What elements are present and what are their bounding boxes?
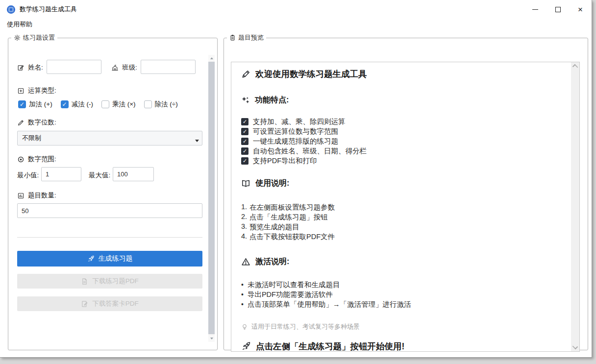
step-text: 点击下载按钮获取PDF文件 — [249, 232, 335, 242]
preview-legend-text: 题目预览 — [238, 33, 264, 42]
sparkles-icon — [241, 96, 250, 105]
minimize-button[interactable] — [524, 0, 546, 19]
digits-selected-value: 不限制 — [22, 134, 41, 143]
bar-chart-icon — [17, 192, 25, 199]
welcome-title: 欢迎使用数学练习题生成工具 — [255, 68, 367, 80]
clipboard-icon — [229, 34, 236, 41]
usage-step: 1. 在左侧面板设置练习题参数 — [241, 203, 556, 213]
feature-text: 支持加、减、乘、除四则运算 — [253, 117, 346, 126]
close-button[interactable]: × — [569, 0, 592, 19]
operation-checkbox[interactable]: 乘法 (×) — [101, 100, 136, 109]
checked-box-icon — [241, 138, 248, 145]
activation-note: • 未激活时可以查看和生成题目 — [241, 280, 556, 290]
maximize-button[interactable] — [546, 0, 569, 19]
preview-box: 欢迎使用数学练习题生成工具 功能特点: 支持加、减、乘、除四则运算 — [231, 62, 580, 352]
edit-note-icon — [17, 64, 25, 72]
max-input[interactable] — [113, 167, 154, 181]
step-number: 4. — [241, 232, 247, 242]
minmax-row: 最小值: 最大值: — [17, 167, 202, 182]
name-input[interactable] — [47, 60, 101, 74]
settings-legend: 练习题设置 — [11, 33, 57, 42]
checkbox-icon — [61, 100, 69, 108]
lightbulb-icon — [241, 323, 248, 331]
count-label: 题目数量: — [28, 191, 56, 200]
pencil-icon — [17, 119, 25, 126]
step-number: 3. — [241, 222, 247, 232]
divider — [17, 237, 202, 238]
gear-icon — [14, 34, 21, 41]
school-icon — [111, 64, 119, 72]
download-exercise-label: 下载练习题PDF — [92, 277, 139, 286]
step-number: 2. — [241, 213, 247, 222]
operation-checkbox[interactable]: 加法 (+) — [18, 100, 52, 109]
preview-scrollbar[interactable] — [571, 62, 579, 351]
activation-heading: 激活说明: — [241, 257, 556, 267]
count-label-row: 题目数量: — [17, 191, 56, 200]
menu-item-help[interactable]: 使用帮助 — [3, 19, 36, 30]
window-title: 数学练习题生成工具 — [20, 5, 77, 14]
calculator-grid-icon — [17, 87, 25, 95]
preview-group: 题目预览 欢迎使用数学练习题生成工具 功能特点: 支持加、减 — [224, 33, 588, 350]
operation-checkbox[interactable]: 减法 (-) — [61, 100, 93, 109]
maximize-icon — [555, 7, 561, 12]
class-input[interactable] — [141, 60, 196, 74]
class-label: 班级: — [122, 63, 137, 72]
menu-bar: 使用帮助 — [0, 19, 592, 30]
operation-checkbox[interactable]: 除法 (÷) — [144, 100, 178, 109]
bullet-icon: • — [241, 300, 244, 308]
checkbox-icon — [144, 100, 152, 108]
hint-row: 适用于日常练习、考试复习等多种场景 — [241, 322, 556, 331]
count-input[interactable] — [17, 203, 202, 218]
operation-type-label-row: 运算类型: — [17, 86, 56, 95]
open-book-icon — [241, 179, 250, 188]
activation-note: • 导出PDF功能需要激活软件 — [241, 290, 556, 299]
scroll-up-icon[interactable] — [572, 64, 578, 70]
features-title: 功能特点: — [255, 95, 289, 105]
range-label-row: 数字范围: — [17, 155, 56, 164]
feature-text: 一键生成规范排版的练习题 — [253, 137, 338, 146]
step-text: 预览生成的题目 — [249, 222, 299, 232]
step-text: 在左侧面板设置练习题参数 — [249, 203, 335, 213]
feature-item: 支持PDF导出和打印 — [241, 156, 556, 166]
usage-title: 使用说明: — [255, 178, 289, 189]
operation-checkboxes: 加法 (+) 减法 (-) 乘法 (×) 除法 (÷) — [18, 100, 178, 109]
class-label-row: 班级: — [111, 63, 137, 72]
feature-text: 支持PDF导出和打印 — [253, 156, 317, 166]
digits-select[interactable]: 不限制 — [17, 131, 202, 146]
settings-scrollbar[interactable] — [208, 55, 215, 342]
chevron-down-icon — [195, 140, 199, 142]
scrollbar-thumb[interactable] — [208, 62, 215, 334]
minimize-icon — [532, 9, 538, 10]
scroll-down-icon[interactable] — [572, 344, 578, 349]
bullet-icon: • — [241, 281, 244, 289]
target-icon — [17, 156, 25, 163]
name-label-row: 姓名: — [17, 63, 43, 72]
generate-button-label: 生成练习题 — [99, 254, 133, 263]
generate-button[interactable]: 生成练习题 — [17, 251, 202, 267]
download-answer-pdf-button[interactable]: 下载答案卡PDF — [17, 296, 202, 311]
scroll-up-icon[interactable] — [208, 55, 215, 62]
name-label: 姓名: — [28, 63, 43, 72]
feature-text: 可设置运算位数与数字范围 — [253, 127, 338, 136]
checked-box-icon — [241, 128, 248, 135]
activation-notes: • 未激活时可以查看和生成题目 • 导出PDF功能需要激活软件 • 点击顶部菜单… — [241, 280, 556, 309]
scroll-down-icon[interactable] — [208, 335, 215, 342]
feature-text: 自动包含姓名、班级、日期、得分栏 — [253, 146, 367, 156]
note-text: 点击顶部菜单「使用帮助」→「激活管理」进行激活 — [248, 300, 411, 309]
window-controls: × — [524, 0, 592, 19]
app-logo-icon — [7, 5, 15, 14]
preview-content: 欢迎使用数学练习题生成工具 功能特点: 支持加、减、乘、除四则运算 — [231, 62, 571, 351]
checked-box-icon — [241, 157, 248, 165]
min-label: 最小值: — [17, 171, 39, 180]
download-exercise-pdf-button[interactable]: 下载练习题PDF — [17, 274, 202, 289]
usage-steps: 1. 在左侧面板设置练习题参数 2. 点击「生成练习题」按钮 3. 预览生成的题… — [241, 203, 556, 242]
step-text: 点击「生成练习题」按钮 — [249, 213, 328, 222]
checkbox-icon — [101, 100, 109, 108]
hint-text: 适用于日常练习、考试复习等多种场景 — [251, 322, 360, 331]
checked-box-icon — [241, 147, 248, 155]
bullet-icon: • — [241, 291, 244, 298]
digits-label-row: 数字位数: — [17, 118, 56, 127]
usage-step: 3. 预览生成的题目 — [241, 222, 556, 232]
digits-label: 数字位数: — [28, 118, 56, 127]
min-input[interactable] — [41, 167, 81, 181]
